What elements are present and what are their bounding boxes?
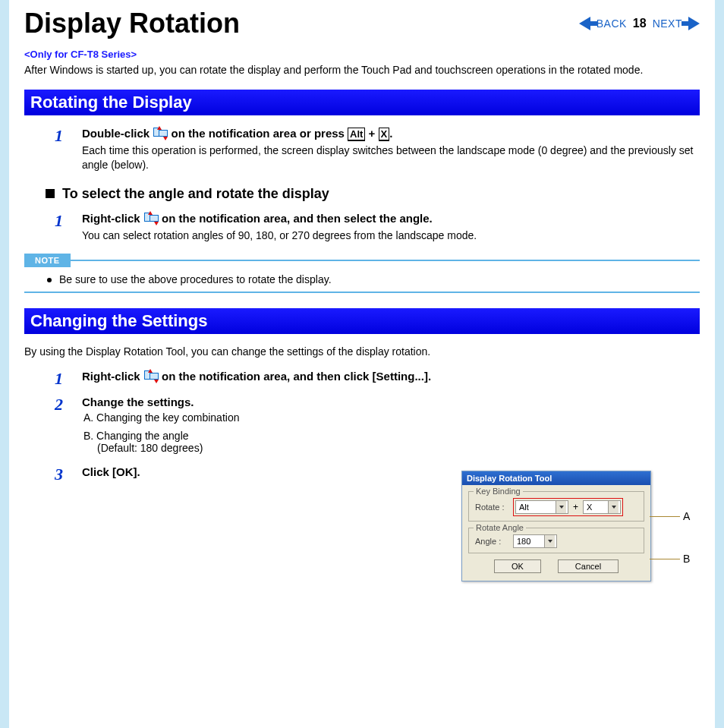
chevron-down-icon (556, 501, 566, 513)
step-heading: Double-click on the notification area or… (82, 126, 700, 141)
rotate-label: Rotate : (475, 503, 510, 512)
note-strip: NOTE (24, 254, 700, 267)
pointer-a-line (650, 516, 680, 517)
keybinding-highlight: Alt + X (513, 498, 623, 516)
step-heading: Right-click on the notification area, an… (82, 369, 700, 384)
pager-nav: BACK 18 NEXT (579, 17, 700, 30)
substep-1: 1 Right-click on the notification area, … (55, 211, 700, 243)
callout-b: B (683, 553, 690, 565)
dialog-title: Display Rotation Tool (462, 471, 650, 485)
step-number: 1 (55, 369, 67, 389)
rotation-tool-dialog: Display Rotation Tool Key Binding Rotate… (461, 471, 651, 581)
step-number: 3 (55, 465, 67, 484)
page-title: Display Rotation (24, 8, 240, 39)
legend-angle: Rotate Angle (474, 523, 526, 532)
chevron-down-icon (544, 535, 555, 547)
s2-step-1: 1 Right-click on the notification area, … (55, 369, 700, 389)
rotation-tray-icon (143, 369, 159, 383)
rotation-tray-icon (153, 126, 168, 140)
bullet-icon (47, 278, 52, 282)
note-end-rule (24, 292, 700, 293)
page-number: 18 (633, 17, 647, 30)
chevron-down-icon (608, 501, 619, 513)
step-number: 2 (55, 395, 67, 460)
angle-label: Angle : (475, 537, 510, 546)
sublist-b: B. Changing the angle (Default: 180 degr… (83, 430, 700, 454)
key-mod-select[interactable]: Alt (515, 500, 568, 514)
subheading: To select the angle and rotate the displ… (46, 186, 700, 202)
ok-button[interactable]: OK (494, 559, 541, 573)
pointer-b-line (650, 559, 680, 559)
rotation-tray-icon (143, 211, 159, 225)
section-rotating: Rotating the Display (24, 90, 700, 115)
step-heading: Right-click on the notification area, an… (82, 211, 700, 226)
note-label: NOTE (24, 254, 71, 267)
model-note: <Only for CF-T8 Series> (24, 49, 700, 60)
next-link[interactable]: NEXT (653, 17, 682, 30)
next-arrow-icon[interactable] (688, 17, 700, 30)
step-desc: You can select rotation angles of 90, 18… (82, 228, 700, 243)
header: Display Rotation BACK 18 NEXT (24, 8, 700, 39)
callout-a: A (683, 510, 690, 522)
sublist-a: A. Changing the key combination (83, 411, 700, 424)
fieldset-keybinding: Key Binding Rotate : Alt + X (468, 491, 644, 522)
dialog-illustration: Display Rotation Tool Key Binding Rotate… (461, 471, 698, 581)
step-number: 1 (55, 211, 67, 243)
square-bullet-icon (46, 189, 55, 198)
key-x-icon: X (379, 128, 390, 141)
key-alt-icon: Alt (348, 128, 365, 141)
back-link[interactable]: BACK (597, 17, 627, 30)
cancel-button[interactable]: Cancel (558, 559, 619, 573)
intro-text: After Windows is started up, you can rot… (24, 63, 700, 77)
page: Display Rotation BACK 18 NEXT <Only for … (9, 0, 715, 728)
step-number: 1 (55, 126, 67, 172)
legend-keybinding: Key Binding (474, 487, 523, 496)
key-char-select[interactable]: X (583, 500, 621, 514)
section2-intro: By using the Display Rotation Tool, you … (24, 345, 700, 359)
section-changing: Changing the Settings (24, 308, 700, 334)
fieldset-angle: Rotate Angle Angle : 180 (468, 528, 644, 553)
angle-select[interactable]: 180 (513, 534, 557, 548)
back-arrow-icon[interactable] (579, 17, 590, 30)
s2-step-2: 2 Change the settings. A. Changing the k… (55, 395, 700, 460)
step-heading: Change the settings. (82, 395, 700, 410)
note-bullet: Be sure to use the above procedures to r… (47, 273, 700, 285)
step-1: 1 Double-click on the notification area … (55, 126, 700, 172)
step-desc: Each time this operation is performed, t… (82, 143, 700, 172)
